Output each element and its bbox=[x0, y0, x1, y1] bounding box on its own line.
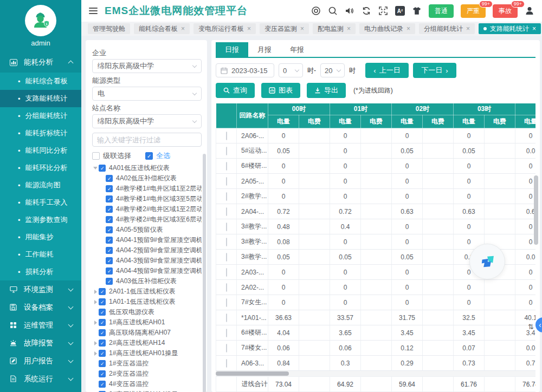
sidebar-subitem[interactable]: •能耗环比分析 bbox=[0, 159, 81, 177]
caret-down-icon[interactable] bbox=[92, 167, 99, 169]
horizontal-scrollbar[interactable] bbox=[216, 371, 535, 376]
station-select[interactable]: 绵阳东辰高级中学 bbox=[92, 114, 202, 128]
row-checkbox[interactable] bbox=[226, 207, 227, 216]
tree-checkbox-checked[interactable] bbox=[99, 288, 106, 295]
refresh-icon[interactable] bbox=[362, 6, 371, 16]
row-checkbox[interactable] bbox=[226, 132, 227, 140]
row-checkbox[interactable] bbox=[226, 268, 227, 277]
tree-node[interactable]: 4A04-3预留9#食堂屋顶空调机组仪表 bbox=[92, 256, 202, 266]
caret-right-icon[interactable] bbox=[92, 351, 99, 356]
tree-node[interactable]: 4A04-4预留9#食堂屋顶空调机组仪表 bbox=[92, 266, 202, 276]
sidebar-item[interactable]: 设备档案 bbox=[0, 298, 81, 316]
row-checkbox[interactable] bbox=[226, 147, 227, 155]
tree-checkbox-checked[interactable] bbox=[99, 370, 106, 377]
tree-node[interactable]: 2#高压进线柜AH14操显 bbox=[92, 389, 202, 392]
tree-checkbox-checked[interactable] bbox=[106, 195, 113, 202]
tree-node[interactable]: 1#高压进线柜AH01操显 bbox=[92, 348, 202, 358]
sidebar-subitem[interactable]: •能耗同比分析 bbox=[0, 142, 81, 159]
page-tab[interactable]: 配电监测× bbox=[313, 23, 356, 34]
tab-close-icon[interactable]: × bbox=[466, 25, 470, 32]
column-filter-icon[interactable]: ⇅ bbox=[528, 323, 534, 331]
page-tab[interactable]: 分组能耗统计× bbox=[419, 23, 475, 34]
tab-daily[interactable]: 日报 bbox=[216, 42, 248, 57]
tree-node[interactable]: 2#高压进线柜AH14 bbox=[92, 338, 202, 348]
sidebar-subitem[interactable]: •监测参数查询 bbox=[0, 211, 81, 228]
row-checkbox[interactable] bbox=[226, 238, 227, 246]
tree-filter-input[interactable] bbox=[92, 133, 202, 147]
tree-checkbox-checked[interactable] bbox=[106, 267, 113, 275]
page-tab[interactable]: 能耗综合看板× bbox=[134, 23, 190, 34]
tab-monthly[interactable]: 月报 bbox=[248, 42, 281, 57]
tree-node[interactable]: 4#教学楼2#电井区域1至2层动力仪表 bbox=[92, 204, 202, 214]
tree-checkbox-checked[interactable] bbox=[106, 206, 113, 213]
select-all-label[interactable]: 全选 bbox=[156, 151, 170, 161]
page-tab[interactable]: 电力曲线记录× bbox=[359, 23, 415, 34]
row-checkbox[interactable] bbox=[226, 283, 227, 292]
tree-checkbox-checked[interactable] bbox=[106, 226, 113, 233]
row-checkbox[interactable] bbox=[226, 192, 227, 201]
page-tab[interactable]: 变压器监测× bbox=[260, 23, 309, 34]
caret-right-icon[interactable] bbox=[92, 321, 99, 325]
caret-right-icon[interactable] bbox=[92, 300, 99, 304]
row-checkbox[interactable] bbox=[226, 359, 227, 368]
caret-right-icon[interactable] bbox=[92, 290, 99, 294]
enterprise-select[interactable]: 绵阳东辰高级中学 bbox=[92, 59, 202, 73]
sidebar-item[interactable]: 故障报警 bbox=[0, 334, 81, 352]
search-icon[interactable] bbox=[328, 6, 338, 16]
avatar[interactable] bbox=[25, 5, 56, 36]
volume-icon[interactable] bbox=[345, 6, 354, 16]
tree-node[interactable]: 4A01低压进线柜仪表 bbox=[92, 163, 202, 173]
next-day-button[interactable]: 下一日 › bbox=[413, 63, 456, 78]
tree-node[interactable]: 1A01-1低压进线柜仪表 bbox=[92, 297, 202, 307]
tree-node[interactable]: 高压联络隔离柜AH07 bbox=[92, 328, 202, 338]
tree-checkbox-checked[interactable] bbox=[106, 185, 113, 192]
tree-scrollbar[interactable] bbox=[203, 154, 206, 392]
status-badge-accident[interactable]: 事故99+ bbox=[493, 4, 518, 18]
tree-checkbox-checked[interactable] bbox=[106, 175, 113, 182]
tree-node[interactable]: 4#教学楼1#电井区域1至2层动力仪表 bbox=[92, 184, 202, 194]
vertical-scrollbar-thumb[interactable] bbox=[534, 175, 538, 245]
horizontal-scrollbar-thumb[interactable] bbox=[216, 371, 289, 376]
sidebar-subitem[interactable]: •能源流向图 bbox=[0, 177, 81, 194]
record-icon[interactable] bbox=[311, 6, 321, 16]
energy-type-select[interactable]: 电 bbox=[92, 87, 202, 101]
status-badge-severe[interactable]: 严重99+ bbox=[461, 4, 486, 18]
page-tab[interactable]: 支路能耗统计× bbox=[479, 23, 541, 34]
sidebar-item[interactable]: 环境监测 bbox=[0, 280, 81, 298]
sidebar-item[interactable]: 系统运行 bbox=[0, 370, 81, 388]
tab-close-icon[interactable]: × bbox=[406, 25, 410, 32]
tree-node[interactable]: 4A04-2预留9#食堂屋顶空调机组仪表 bbox=[92, 245, 202, 256]
page-tab[interactable]: 管理驾驶舱 bbox=[88, 23, 130, 34]
row-checkbox[interactable] bbox=[226, 162, 227, 171]
sidebar-subitem[interactable]: •能耗折标统计 bbox=[0, 125, 81, 142]
tab-close-icon[interactable]: × bbox=[300, 25, 304, 32]
hour-to-select[interactable]: 20 bbox=[320, 63, 345, 77]
tree-checkbox-checked[interactable] bbox=[99, 309, 106, 316]
row-checkbox[interactable] bbox=[226, 313, 227, 322]
tree-checkbox-checked[interactable] bbox=[99, 381, 106, 388]
row-checkbox[interactable] bbox=[226, 329, 227, 337]
tree-node[interactable]: 1#变压器温控 bbox=[92, 358, 202, 369]
translate-icon[interactable]: A² bbox=[395, 6, 405, 16]
caret-right-icon[interactable] bbox=[92, 341, 99, 345]
sidebar-subitem[interactable]: •用能集抄 bbox=[0, 228, 81, 246]
sidebar-subitem[interactable]: •能耗手工录入 bbox=[0, 194, 81, 211]
tree-checkbox-checked[interactable] bbox=[99, 329, 106, 336]
tree-node[interactable]: 4#教学楼1#电井区域3至5层动力仪表 bbox=[92, 194, 202, 204]
row-checkbox[interactable] bbox=[226, 253, 227, 262]
sidebar-item[interactable]: 基础信息 bbox=[0, 388, 81, 392]
tree-checkbox-checked[interactable] bbox=[99, 319, 106, 326]
tree-checkbox-checked[interactable] bbox=[99, 350, 106, 357]
tree-node[interactable]: 2#变压器温控 bbox=[92, 369, 202, 379]
tree-node[interactable]: 4A05-5预留仪表 bbox=[92, 225, 202, 235]
sidebar-subitem[interactable]: •能耗综合看板 bbox=[0, 73, 81, 90]
date-picker[interactable]: 2023-03-15 bbox=[216, 63, 274, 77]
tree-node[interactable]: 低压双电源仪表 bbox=[92, 307, 202, 317]
sidebar-subitem[interactable]: •工作能耗 bbox=[0, 246, 81, 263]
cascade-checkbox[interactable] bbox=[92, 152, 100, 160]
tab-close-icon[interactable]: × bbox=[181, 25, 185, 32]
tab-close-icon[interactable]: × bbox=[532, 25, 536, 32]
chart-button[interactable]: 图表 bbox=[261, 83, 300, 98]
tree-node[interactable]: 4A04-1预留9#食堂屋顶空调机组仪表 bbox=[92, 235, 202, 245]
fullscreen-icon[interactable] bbox=[378, 6, 388, 16]
